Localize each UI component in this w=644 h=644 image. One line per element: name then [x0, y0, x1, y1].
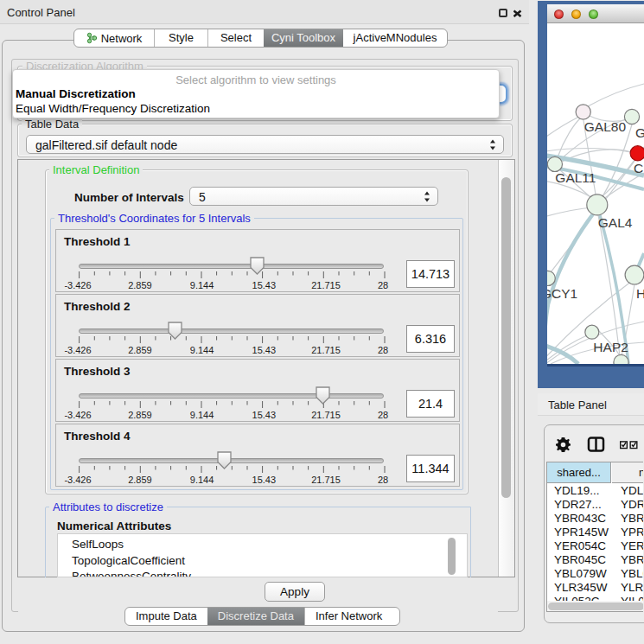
svg-text:GAL80: GAL80 — [584, 119, 627, 134]
svg-text:GAL4: GAL4 — [598, 215, 633, 230]
svg-text:GA: GA — [635, 125, 644, 140]
svg-text:GCY1: GCY1 — [547, 286, 577, 301]
svg-text:HAP2: HAP2 — [593, 340, 628, 354]
svg-text:GAL11: GAL11 — [555, 170, 596, 185]
svg-text:C: C — [634, 161, 643, 175]
svg-text:H: H — [636, 286, 644, 301]
